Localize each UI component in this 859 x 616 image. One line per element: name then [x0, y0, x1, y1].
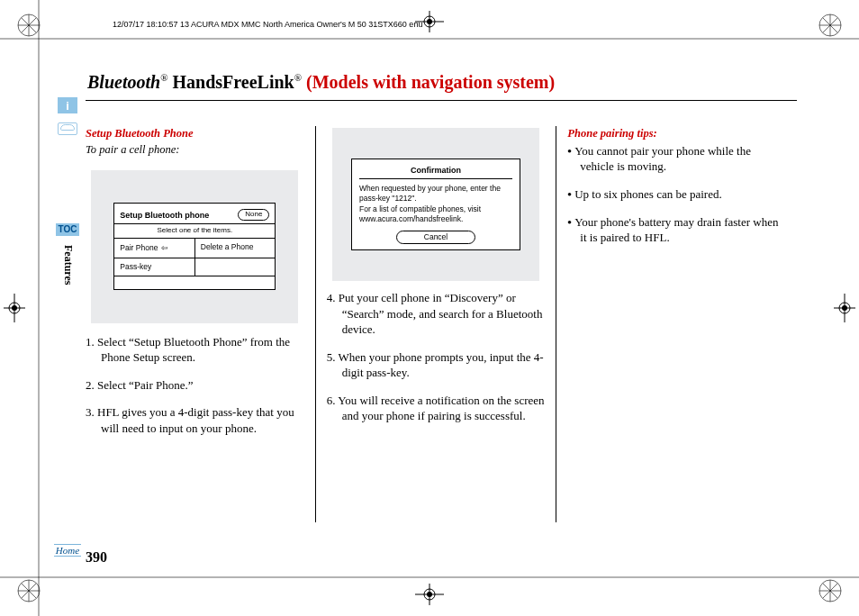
svg-point-35: [842, 305, 847, 311]
page-title: Bluetooth® HandsFreeLink® (Models with n…: [87, 72, 797, 93]
column-2: Confirmation When requested by your phon…: [315, 126, 556, 522]
scr-pass-key: Pass-key: [114, 258, 194, 276]
column-3: Phone pairing tips: You cannot pair your…: [556, 126, 797, 522]
print-corner-mark: [818, 13, 843, 38]
page-number: 390: [86, 549, 797, 566]
toc-button[interactable]: TOC: [56, 223, 79, 236]
step: You will receive a notification on the s…: [327, 393, 546, 424]
svg-point-23: [427, 19, 432, 24]
scr-conf-body: When requested by your phone, enter the …: [359, 184, 512, 225]
step: HFL gives you a 4-digit pass-key that yo…: [86, 404, 304, 436]
print-header-meta: 12/07/17 18:10:57 13 ACURA MDX MMC North…: [113, 20, 422, 29]
step: Select “Pair Phone.”: [86, 377, 304, 394]
crop-line: [0, 576, 859, 578]
steps-col2: Put your cell phone in “Discovery” or “S…: [327, 290, 546, 424]
home-button[interactable]: Home: [54, 544, 81, 557]
tip: You cannot pair your phone while the veh…: [567, 143, 786, 175]
info-icon[interactable]: [58, 97, 77, 113]
setup-subline: To pair a cell phone:: [86, 142, 304, 158]
setup-heading: Setup Bluetooth Phone: [86, 126, 304, 141]
scr-conf-title: Confirmation: [359, 165, 512, 179]
scr-cancel-button: Cancel: [396, 231, 475, 244]
scr-setup-title: Setup Bluetooth phone: [120, 210, 209, 221]
print-reg-mark: [415, 584, 444, 605]
svg-point-27: [427, 592, 432, 597]
tips-list: You cannot pair your phone while the veh…: [567, 143, 786, 246]
scr-pair-phone: Pair Phone⇦: [114, 239, 194, 257]
tip: Your phone's battery may drain faster wh…: [567, 214, 786, 246]
car-icon[interactable]: [58, 122, 77, 135]
scr-setup-sub: Select one of the items.: [114, 223, 275, 238]
section-tab-features: Features: [61, 245, 75, 285]
screenshot-confirmation: Confirmation When requested by your phon…: [332, 128, 539, 281]
crop-line: [0, 38, 859, 40]
scr-delete-phone: Delete a Phone: [194, 239, 276, 257]
step: Put your cell phone in “Discovery” or “S…: [327, 290, 546, 338]
crop-line: [38, 0, 40, 616]
tip: Up to six phones can be paired.: [567, 186, 786, 203]
print-reg-mark: [4, 294, 25, 322]
print-corner-mark: [818, 578, 843, 603]
step: When your phone prompts you, input the 4…: [327, 349, 546, 381]
title-divider: [86, 100, 797, 101]
screenshot-setup: Setup Bluetooth phone None Select one of…: [91, 170, 298, 323]
column-1: Setup Bluetooth Phone To pair a cell pho…: [86, 126, 315, 522]
scr-none-pill: None: [238, 209, 269, 221]
tips-heading: Phone pairing tips:: [567, 126, 786, 141]
print-reg-mark: [834, 294, 855, 322]
sidebar-icons: TOC Features Home: [54, 97, 81, 557]
step: Select “Setup Bluetooth Phone” from the …: [86, 334, 304, 366]
page-content: TOC Features Home Bluetooth® HandsFreeLi…: [86, 72, 797, 566]
steps-col1: Select “Setup Bluetooth Phone” from the …: [86, 334, 304, 437]
svg-point-31: [12, 305, 17, 311]
